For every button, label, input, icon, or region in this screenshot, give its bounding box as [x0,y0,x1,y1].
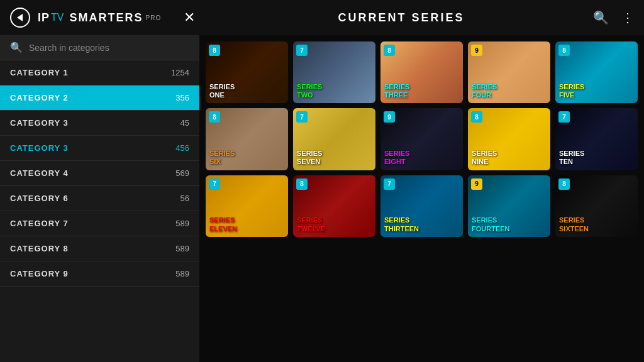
card-title-line1: SERIES [384,216,459,224]
series-card[interactable]: 8SERIESONE [206,41,288,103]
card-title-line2: SIXTEEN [559,225,634,233]
category-count: 569 [175,168,189,178]
category-name: CATEGORY 9 [10,269,69,278]
series-card[interactable]: 7SERIESTWO [293,41,375,103]
card-title: SERIESTHIRTEEN [384,216,459,233]
category-count: 1254 [171,68,189,77]
series-card[interactable]: 9SERIESFOURTEEN [468,175,550,237]
card-title-line2: FOURTEEN [472,225,547,233]
card-title-line2: THIRTEEN [384,225,459,233]
category-count: 56 [180,194,189,203]
series-card[interactable]: 9SERIESEIGHT [380,108,463,170]
card-title-line1: SERIES [384,83,459,91]
card-background: 9SERIESFOURTEEN [468,175,550,237]
sidebar: 🔍 CATEGORY 11254CATEGORY 2356CATEGORY 34… [0,35,199,362]
series-card[interactable]: 7SERIESTHIRTEEN [380,175,463,237]
category-item[interactable]: CATEGORY 345 [0,111,199,136]
card-badge: 8 [558,178,570,190]
card-badge: 8 [209,45,220,56]
card-title-line2: FIVE [559,91,634,99]
close-button[interactable]: ✕ [184,9,195,26]
card-title: SERIESTHREE [384,83,459,99]
main-content: 🔍 CATEGORY 11254CATEGORY 2356CATEGORY 34… [0,35,644,362]
card-background: 9SERIESEIGHT [380,108,463,170]
category-item[interactable]: CATEGORY 11254 [0,60,199,85]
category-item[interactable]: CATEGORY 8589 [0,236,199,261]
card-title-line1: SERIES [209,83,284,91]
series-card[interactable]: 7SERIESELEVEN [206,175,288,237]
card-title-line1: SERIES [297,150,372,158]
category-name: CATEGORY 4 [10,168,69,178]
card-title-line2: NINE [472,158,547,166]
card-title-line1: SERIES [472,150,547,158]
card-title: SERIESFOURTEEN [472,216,547,233]
card-title-line1: SERIES [209,150,284,158]
card-title-line1: SERIES [472,216,547,224]
card-title-line1: SERIES [472,83,547,91]
card-title: SERIESSIXTEEN [559,216,634,233]
card-background: 8SERIESONE [206,41,288,103]
series-card[interactable]: 8SERIESSIX [206,108,288,170]
card-badge: 7 [296,45,308,56]
card-title-line1: SERIES [209,216,284,224]
card-title: SERIESEIGHT [384,150,459,166]
card-badge: 9 [384,111,395,123]
content-area: 8SERIESONE7SERIESTWO8SERIESTHREE9SERIESF… [199,35,644,362]
card-title: SERIESSIX [209,150,284,166]
series-card[interactable]: 7SERIESSEVEN [293,108,375,170]
card-badge: 8 [384,45,395,56]
card-title-line1: SERIES [559,216,634,224]
card-title-line1: SERIES [559,150,634,158]
card-title-line2: ELEVEN [209,225,284,233]
series-card[interactable]: 9SERIESFOUR [468,41,550,103]
card-title: SERIESTWO [297,83,372,99]
search-input[interactable] [29,43,189,53]
category-count: 45 [180,118,189,128]
category-name: CATEGORY 3 [10,118,69,128]
back-button[interactable] [10,8,30,28]
series-card[interactable]: 8SERIESSIXTEEN [555,175,638,237]
series-card[interactable]: 7SERIESTEN [555,108,638,170]
series-card[interactable]: 8SERIESTWELVE [293,175,375,237]
series-grid: 8SERIESONE7SERIESTWO8SERIESTHREE9SERIESF… [206,41,638,237]
more-icon-button[interactable]: ⋮ [621,10,634,25]
category-item[interactable]: CATEGORY 656 [0,186,199,211]
category-item[interactable]: CATEGORY 4569 [0,161,199,186]
category-name: CATEGORY 6 [10,194,69,203]
card-title-line2: SIX [209,158,284,166]
category-count: 589 [175,219,189,228]
category-item[interactable]: CATEGORY 7589 [0,211,199,236]
series-card[interactable]: 8SERIESTHREE [380,41,463,103]
card-background: 8SERIESFIVE [555,41,638,103]
category-name: CATEGORY 7 [10,219,69,228]
category-item[interactable]: CATEGORY 2356 [0,85,199,111]
header-left: IPTV SMARTERS PRO ✕ [10,8,209,28]
card-background: 7SERIESELEVEN [206,175,288,237]
card-badge: 7 [209,178,220,190]
card-background: 7SERIESTEN [555,108,638,170]
logo-smarters: SMARTERS [65,11,143,25]
category-count: 456 [175,143,189,153]
category-name: CATEGORY 2 [10,93,69,102]
category-item[interactable]: CATEGORY 9589 [0,261,199,287]
card-badge: 8 [471,111,482,123]
series-card[interactable]: 8SERIESNINE [468,108,550,170]
series-card[interactable]: 8SERIESFIVE [555,41,638,103]
card-badge: 9 [471,178,482,190]
category-item[interactable]: CATEGORY 3456 [0,136,199,161]
card-badge: 7 [384,178,395,190]
sidebar-search-bar[interactable]: 🔍 [0,35,199,60]
card-background: 7SERIESSEVEN [293,108,375,170]
card-background: 8SERIESNINE [468,108,550,170]
category-name: CATEGORY 3 [10,143,69,153]
card-badge: 8 [558,45,570,56]
card-title: SERIESTWELVE [297,216,372,233]
card-title-line1: SERIES [384,150,459,158]
card-title-line1: SERIES [559,83,634,91]
logo-tv: TV [51,12,64,23]
search-icon-button[interactable]: 🔍 [593,10,609,25]
card-title-line2: TWELVE [297,225,372,233]
card-title: SERIESTEN [559,150,634,166]
category-list: CATEGORY 11254CATEGORY 2356CATEGORY 345C… [0,60,199,362]
sidebar-search-icon: 🔍 [10,41,23,53]
